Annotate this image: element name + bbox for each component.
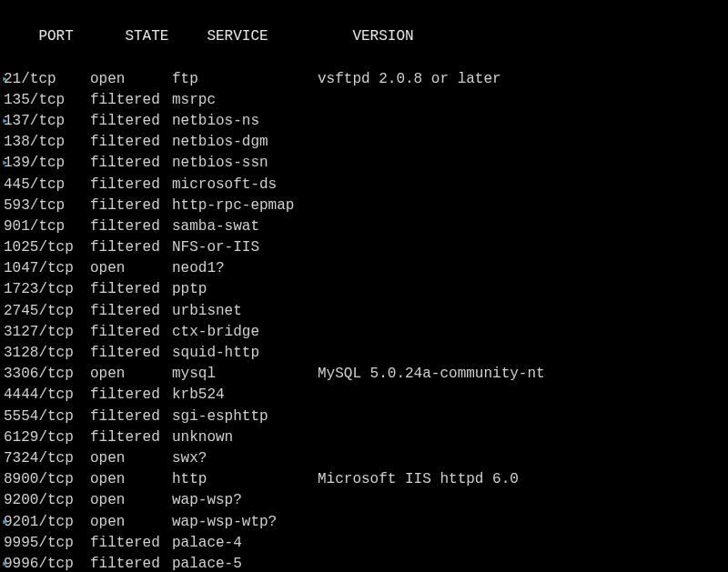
cell-state: filtered — [90, 90, 172, 111]
table-row: 901/tcpfilteredsamba-swat — [4, 216, 724, 237]
table-row: 6129/tcpfilteredunknown — [4, 427, 724, 448]
cell-version: Microsoft IIS httpd 6.0 — [318, 469, 519, 490]
cell-port: 21/tcp — [4, 69, 90, 90]
header-state: STATE — [125, 26, 207, 47]
cell-service: unknown — [172, 427, 318, 448]
table-row: 593/tcpfilteredhttp-rpc-epmap — [4, 196, 724, 216]
cell-port: 445/tcp — [4, 175, 90, 196]
cell-port: 3306/tcp — [4, 364, 90, 385]
cell-state: filtered — [90, 301, 172, 322]
cell-port: 9201/tcp — [4, 512, 90, 533]
cell-port: 1047/tcp — [4, 258, 90, 279]
cell-port: 901/tcp — [4, 216, 90, 237]
table-row: 4444/tcpfilteredkrb524 — [4, 385, 724, 406]
table-row: ▸9996/tcpfilteredpalace-5 — [4, 554, 724, 572]
cell-service: squid-http — [172, 343, 318, 364]
cell-service: http-rpc-epmap — [172, 196, 318, 216]
cell-service: msrpc — [172, 90, 318, 111]
cell-state: filtered — [90, 427, 172, 448]
table-row: 3127/tcpfilteredctx-bridge — [4, 322, 724, 343]
cell-service: sgi-esphttp — [172, 406, 318, 427]
cell-state: filtered — [90, 554, 172, 572]
header-version: VERSION — [352, 26, 413, 47]
cell-port: 138/tcp — [4, 132, 90, 153]
cell-service: samba-swat — [172, 216, 318, 237]
cell-service: swx? — [172, 448, 318, 469]
table-row: 7324/tcpopenswx? — [4, 448, 724, 469]
cell-state: filtered — [90, 196, 172, 216]
cell-state: filtered — [90, 111, 172, 132]
cell-service: netbios-ns — [172, 111, 318, 132]
cell-port: 593/tcp — [4, 196, 90, 216]
table-row: 5554/tcpfilteredsgi-esphttp — [4, 406, 724, 427]
cell-port: 6129/tcp — [4, 427, 90, 448]
table-row: ▸137/tcpfilterednetbios-ns — [4, 111, 724, 132]
cell-state: filtered — [90, 322, 172, 343]
prompt-mark-icon: ▸ — [2, 515, 7, 527]
table-row: 9995/tcpfilteredpalace-4 — [4, 533, 724, 554]
cell-port: 7324/tcp — [4, 448, 90, 469]
cell-state: filtered — [90, 343, 172, 364]
cell-service: wap-wsp? — [172, 490, 318, 511]
prompt-mark-icon: ▸ — [2, 114, 7, 126]
cell-service: pptp — [172, 279, 318, 300]
cell-service: microsoft-ds — [172, 175, 318, 196]
cell-port: 139/tcp — [4, 153, 90, 174]
cell-port: 137/tcp — [4, 111, 90, 132]
cell-state: filtered — [90, 216, 172, 237]
prompt-mark-icon: ▸ — [2, 557, 7, 569]
cell-service: ctx-bridge — [172, 322, 318, 343]
cell-state: open — [90, 364, 172, 385]
cell-state: open — [90, 512, 172, 533]
table-row: 8900/tcpopenhttpMicrosoft IIS httpd 6.0 — [4, 469, 724, 490]
cell-port: 9996/tcp — [4, 554, 90, 572]
cell-port: 4444/tcp — [4, 385, 90, 406]
cell-port: 3127/tcp — [4, 322, 90, 343]
cell-service: netbios-dgm — [172, 132, 318, 153]
cell-state: filtered — [90, 153, 172, 174]
cell-service: palace-4 — [172, 533, 318, 554]
cell-state: filtered — [90, 132, 172, 153]
cell-port: 8900/tcp — [4, 469, 90, 490]
cell-state: filtered — [90, 385, 172, 406]
cell-service: http — [172, 469, 318, 490]
cell-port: 5554/tcp — [4, 406, 90, 427]
table-row: 1723/tcpfilteredpptp — [4, 279, 724, 300]
cell-state: open — [90, 258, 172, 279]
table-row: 2745/tcpfilteredurbisnet — [4, 301, 724, 322]
table-row: ▸9201/tcpopenwap-wsp-wtp? — [4, 512, 724, 533]
table-row: 3306/tcpopenmysqlMySQL 5.0.24a-community… — [4, 364, 724, 385]
terminal-output: PORTSTATESERVICEVERSION ▸21/tcpopenftpvs… — [4, 5, 724, 572]
cell-port: 2745/tcp — [4, 301, 90, 322]
cell-service: neod1? — [172, 258, 318, 279]
cell-state: filtered — [90, 533, 172, 554]
cell-state: open — [90, 69, 172, 90]
table-header-row: PORTSTATESERVICEVERSION — [4, 5, 724, 69]
cell-state: open — [90, 490, 172, 511]
table-row: 445/tcpfilteredmicrosoft-ds — [4, 175, 724, 196]
cell-service: netbios-ssn — [172, 153, 318, 174]
cell-service: NFS-or-IIS — [172, 237, 318, 258]
cell-port: 9200/tcp — [4, 490, 90, 511]
cell-state: open — [90, 448, 172, 469]
cell-service: wap-wsp-wtp? — [172, 512, 318, 533]
cell-port: 3128/tcp — [4, 343, 90, 364]
cell-service: krb524 — [172, 385, 318, 406]
cell-service: palace-5 — [172, 554, 318, 572]
cell-version: MySQL 5.0.24a-community-nt — [318, 364, 545, 385]
cell-port: 1723/tcp — [4, 279, 90, 300]
cell-port: 1025/tcp — [4, 237, 90, 258]
table-row: 1047/tcpopenneod1? — [4, 258, 724, 279]
cell-state: open — [90, 469, 172, 490]
cell-version: vsftpd 2.0.8 or later — [318, 69, 501, 90]
header-service: SERVICE — [207, 26, 352, 47]
table-row: 3128/tcpfilteredsquid-http — [4, 343, 724, 364]
cell-state: filtered — [90, 406, 172, 427]
table-row: 135/tcpfilteredmsrpc — [4, 90, 724, 111]
cell-state: filtered — [90, 175, 172, 196]
cell-service: mysql — [172, 364, 318, 385]
cell-state: filtered — [90, 237, 172, 258]
table-row: ▸21/tcpopenftpvsftpd 2.0.8 or later — [4, 69, 724, 90]
table-row: ▸139/tcpfilterednetbios-ssn — [4, 153, 724, 174]
table-row: 138/tcpfilterednetbios-dgm — [4, 132, 724, 153]
